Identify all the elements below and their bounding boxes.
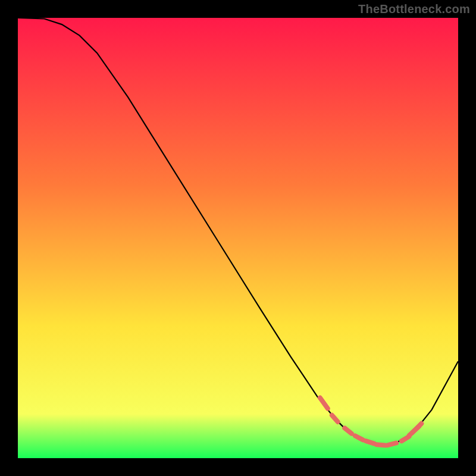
chart-frame: TheBottleneck.com [0, 0, 476, 476]
attribution-text: TheBottleneck.com [358, 2, 470, 16]
bottleneck-curve-chart [18, 18, 458, 458]
gradient-background [18, 18, 458, 458]
highlight-marker [366, 441, 374, 444]
highlight-marker [377, 444, 386, 445]
highlight-marker [388, 443, 396, 445]
